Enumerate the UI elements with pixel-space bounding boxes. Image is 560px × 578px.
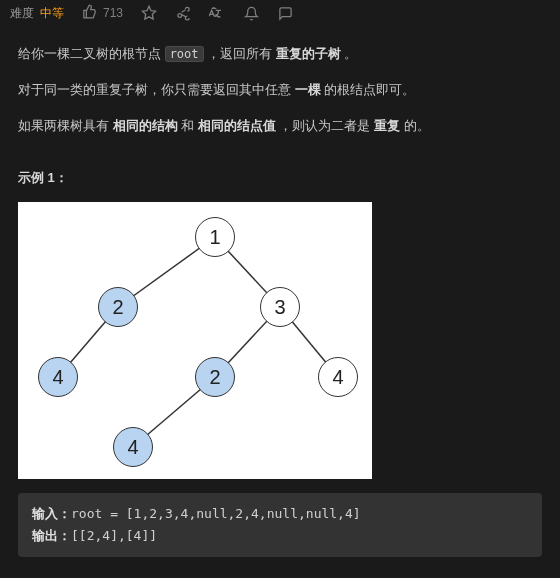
tree-edges [18, 202, 372, 479]
likes-button[interactable]: 713 [82, 4, 123, 22]
feedback-button[interactable] [277, 5, 293, 21]
difficulty-value: 中等 [40, 5, 64, 22]
paragraph-2: 对于同一类的重复子树，你只需要返回其中任意 一棵 的根结点即可。 [18, 78, 542, 102]
tree-node: 2 [195, 357, 235, 397]
tree-node: 4 [38, 357, 78, 397]
likes-count: 713 [103, 6, 123, 20]
problem-header: 难度 中等 713 [0, 0, 560, 32]
thumbs-up-icon [82, 4, 97, 22]
svg-marker-0 [142, 6, 155, 19]
difficulty-label: 难度 [10, 5, 34, 22]
tree-node: 4 [318, 357, 358, 397]
paragraph-3: 如果两棵树具有 相同的结构 和 相同的结点值 ，则认为二者是 重复 的。 [18, 114, 542, 138]
tree-node: 4 [113, 427, 153, 467]
problem-content: 给你一棵二叉树的根节点 root ，返回所有 重复的子树 。 对于同一类的重复子… [0, 32, 560, 567]
translate-button[interactable] [209, 5, 225, 21]
code-root: root [165, 46, 204, 62]
tree-node: 3 [260, 287, 300, 327]
notification-button[interactable] [243, 5, 259, 21]
output-line: 输出：[[2,4],[4]] [32, 525, 528, 547]
tree-diagram: 1 2 3 4 2 4 4 [18, 202, 372, 479]
tree-node: 2 [98, 287, 138, 327]
favorite-button[interactable] [141, 5, 157, 21]
input-line: 输入：root = [1,2,3,4,null,2,4,null,null,4] [32, 503, 528, 525]
share-button[interactable] [175, 5, 191, 21]
example-io: 输入：root = [1,2,3,4,null,2,4,null,null,4]… [18, 493, 542, 557]
example-title: 示例 1： [18, 166, 542, 190]
paragraph-1: 给你一棵二叉树的根节点 root ，返回所有 重复的子树 。 [18, 42, 542, 66]
tree-node: 1 [195, 217, 235, 257]
